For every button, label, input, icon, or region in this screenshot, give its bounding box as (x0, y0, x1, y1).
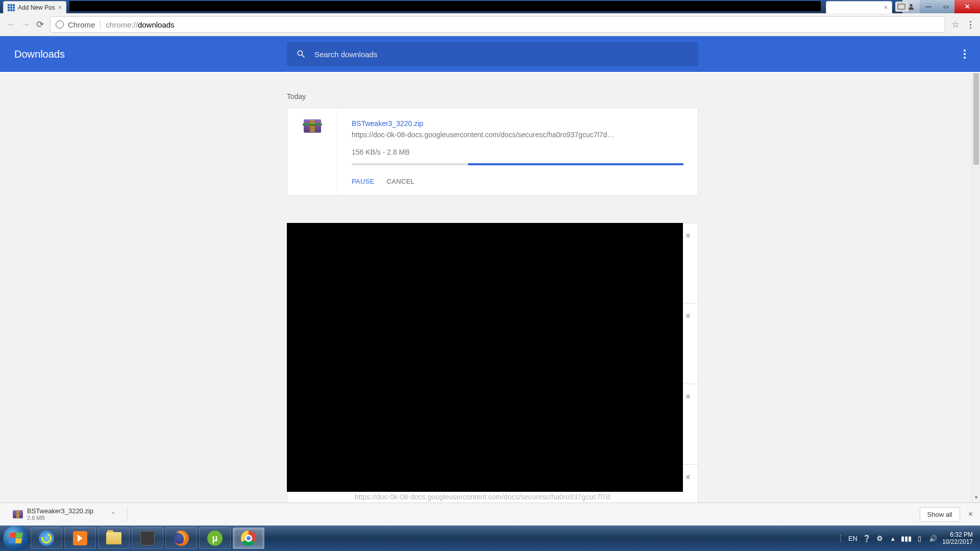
remove-download-icon[interactable]: × (685, 472, 691, 483)
vertical-scrollbar[interactable]: ▴ ▾ (972, 73, 980, 503)
download-progress-fill (468, 163, 684, 165)
start-button[interactable] (3, 525, 29, 551)
shelf-filename: BSTweaker3_3220.zip (27, 508, 93, 515)
grid-favicon-icon (8, 4, 15, 11)
network-signal-icon[interactable]: ▮▮▮ (902, 534, 911, 542)
folder-icon (106, 532, 121, 544)
tab-strip: Add New Pos × × (0, 0, 909, 13)
scroll-down-arrow-icon[interactable]: ▾ (972, 494, 980, 503)
reload-button[interactable]: ⟳ (33, 19, 47, 30)
clock-time: 6:32 PM (942, 531, 973, 538)
archive-file-icon (304, 119, 321, 133)
close-shelf-button[interactable]: × (968, 510, 973, 519)
partial-url-text: https://doc-0k-08-docs.googleusercontent… (355, 493, 610, 501)
address-bar[interactable]: Chrome chrome://downloads (50, 16, 945, 33)
downloads-content: Today BSTweaker3_3220.zip https://doc-0k… (0, 73, 972, 503)
bookmark-star-icon[interactable]: ☆ (951, 19, 960, 30)
new-tab-button[interactable] (895, 2, 909, 12)
download-icon-column (287, 108, 337, 195)
svg-point-0 (910, 4, 913, 7)
download-source-url[interactable]: https://doc-0k-08-docs.googleusercontent… (352, 131, 683, 139)
show-all-downloads-button[interactable]: Show all (920, 507, 960, 522)
firefox-icon (174, 531, 189, 546)
cancel-button[interactable]: CANCEL (387, 178, 415, 185)
ie-icon (39, 531, 54, 546)
chrome-icon (241, 531, 256, 546)
toolbar: ← → ⟳ Chrome chrome://downloads ☆ (0, 13, 980, 36)
download-progress-bar (352, 163, 683, 165)
tab-title: Add New Pos (18, 4, 55, 11)
windows-taskbar: μ EN ❔ ❂ ▴ ▮▮▮ ▯ 🔊 6:32 PM 10/22/2017 (0, 525, 980, 551)
date-section-label: Today (287, 92, 306, 101)
tray-icon[interactable]: ❂ (876, 534, 884, 542)
utorrent-icon: μ (207, 531, 223, 546)
window-maximize-button[interactable]: ▭ (937, 0, 954, 13)
play-icon (73, 531, 87, 545)
search-icon (296, 49, 306, 59)
divider (127, 507, 128, 522)
archive-file-icon (13, 510, 23, 518)
taskbar-app-explorer[interactable] (98, 528, 130, 549)
taskbar-app-firefox[interactable] (165, 528, 197, 549)
back-button[interactable]: ← (4, 17, 18, 32)
pause-button[interactable]: PAUSE (352, 178, 375, 185)
redacted-tabs (69, 1, 821, 11)
downloads-menu-button[interactable] (964, 49, 966, 59)
download-actions: PAUSE CANCEL (352, 178, 683, 185)
downloads-header: Downloads (0, 36, 980, 72)
help-tray-icon[interactable]: ❔ (863, 534, 871, 542)
forward-button: → (18, 17, 33, 32)
taskbar-app-mediaplayer[interactable] (64, 528, 96, 549)
tab-close-icon[interactable]: × (58, 4, 62, 11)
download-body: BSTweaker3_3220.zip https://doc-0k-08-do… (337, 108, 698, 195)
download-shelf: BSTweaker3_3220.zip 2.8 MB ⌃ Show all × (0, 503, 980, 525)
download-progress-text: 156 KB/s - 2.8 MB (352, 148, 683, 156)
window-minimize-button[interactable]: — (920, 0, 937, 13)
tab-close-icon[interactable]: × (884, 4, 888, 11)
taskbar-app-ie[interactable] (31, 528, 62, 549)
taskbar-clock[interactable]: 6:32 PM 10/22/2017 (942, 531, 973, 546)
download-item: BSTweaker3_3220.zip https://doc-0k-08-do… (287, 108, 698, 196)
taskbar-app-generic[interactable] (132, 528, 163, 549)
url-text: chrome://downloads (106, 20, 174, 29)
shelf-filesize: 2.8 MB (27, 515, 93, 521)
remove-download-icon[interactable]: × (685, 391, 691, 402)
search-input[interactable] (314, 50, 689, 59)
battery-icon[interactable]: ▯ (916, 534, 924, 542)
windows-logo-icon (8, 533, 23, 544)
search-downloads-box[interactable] (287, 42, 698, 66)
downloads-tab[interactable]: × (826, 1, 892, 13)
taskbar-app-chrome[interactable] (233, 528, 264, 549)
browser-tab[interactable]: Add New Pos × (3, 1, 66, 13)
clock-date: 10/22/2017 (942, 538, 973, 545)
scrollbar-thumb[interactable] (973, 73, 979, 165)
window-close-button[interactable]: ✕ (954, 0, 980, 13)
remove-download-icon[interactable]: × (685, 311, 691, 321)
shelf-download-item[interactable]: BSTweaker3_3220.zip 2.8 MB ⌃ (7, 505, 121, 523)
app-icon (140, 531, 155, 545)
tray-chevron-icon[interactable]: ▴ (889, 534, 897, 542)
site-info-icon[interactable] (56, 20, 64, 29)
chrome-menu-button[interactable] (965, 21, 976, 29)
system-tray: EN ❔ ❂ ▴ ▮▮▮ ▯ 🔊 6:32 PM 10/22/2017 (840, 531, 977, 546)
redacted-overlay (287, 223, 683, 492)
tray-separator-icon (840, 531, 843, 546)
language-indicator[interactable]: EN (848, 535, 857, 542)
shelf-item-menu-icon[interactable]: ⌃ (111, 511, 115, 518)
taskbar-app-utorrent[interactable]: μ (199, 528, 231, 549)
download-filename-link[interactable]: BSTweaker3_3220.zip (352, 119, 683, 128)
url-scheme-label: Chrome (68, 20, 101, 29)
volume-icon[interactable]: 🔊 (929, 534, 937, 542)
remove-download-icon[interactable]: × (685, 231, 691, 241)
page-title: Downloads (14, 48, 65, 60)
